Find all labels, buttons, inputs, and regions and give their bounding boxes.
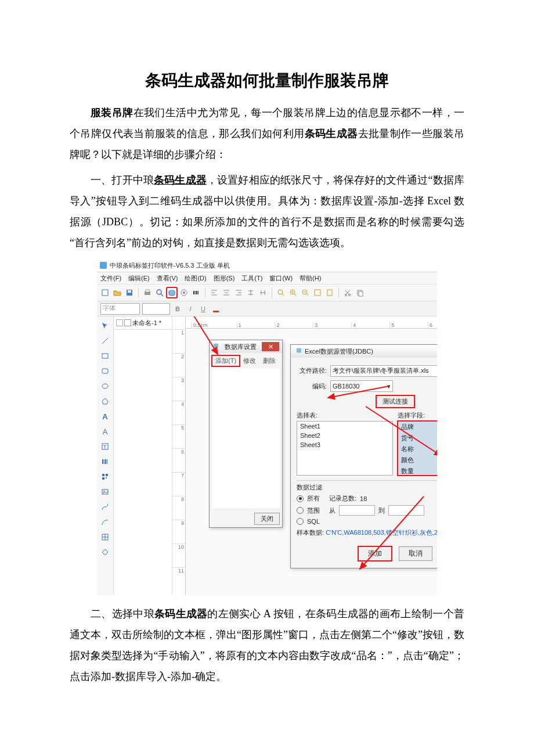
ruler-tick: 10 [172,543,185,567]
svg-rect-1 [102,290,108,296]
menu-shape[interactable]: 图形(S) [214,274,235,283]
arc-tool-icon[interactable] [99,516,111,528]
zoom-fit-icon[interactable] [276,287,286,298]
dialog1-titlebar[interactable]: 数据库设置 ✕ [210,340,282,353]
fields-listbox[interactable]: 品牌 货号 名称 颜色 数量 [398,421,437,476]
canvas-area[interactable]: 0.5cm 1 2 3 4 5 6 数据库设置 ✕ [186,316,437,595]
zoom-in-icon[interactable] [288,287,298,298]
svg-rect-60 [106,477,107,478]
test-connection-button[interactable]: 测试连接 [376,395,414,408]
qrcode-tool-icon[interactable] [99,471,111,483]
encoding-select[interactable]: GB18030▾ [330,380,393,392]
align-left-icon[interactable] [209,287,219,298]
list-item[interactable]: 名称 [398,444,437,455]
tables-listbox[interactable]: Sheet1 Sheet2 Sheet3 [297,421,393,476]
align-right-icon[interactable] [233,287,244,298]
filter-range-radio[interactable] [297,507,304,514]
range-to-input[interactable] [388,505,424,516]
tab-close-icon[interactable] [116,319,123,326]
italic-icon[interactable]: I [185,304,196,314]
menu-edit[interactable]: 编辑(E) [128,274,150,283]
ellipse-tool-icon[interactable] [99,380,111,392]
add-button[interactable]: 添加 [358,546,392,561]
generate-icon[interactable] [191,287,201,298]
text-outline-a-icon[interactable]: A [99,426,111,437]
roundrect-tool-icon[interactable] [99,365,111,377]
file-path-input[interactable]: 考文件\服装吊牌\冬季服装清单.xls [330,365,437,377]
underline-icon[interactable]: U [198,304,208,314]
list-item[interactable]: Sheet3 [297,440,392,449]
ruler-tick: 7 [172,472,185,496]
new-icon[interactable] [100,287,110,298]
ruler-horizontal: 0.5cm 1 2 3 4 5 6 [186,316,437,329]
list-item[interactable]: 货号 [398,433,437,444]
copy-icon[interactable] [355,287,365,298]
zoom-page-icon[interactable] [324,287,335,298]
range-from-label: 从 [329,506,335,515]
align-v-icon[interactable] [246,287,256,298]
image-tool-icon[interactable] [99,486,111,498]
richtext-tool-icon[interactable]: T [99,441,111,452]
range-from-input[interactable] [339,505,375,516]
align-center-icon[interactable] [221,287,232,298]
menu-window[interactable]: 窗口(W) [269,274,293,283]
preview-icon[interactable] [154,287,165,298]
app-toolbar [97,285,437,301]
zoom-actual-icon[interactable] [312,287,323,298]
menu-tool[interactable]: 工具(T) [241,274,262,283]
font-family-select[interactable]: 字体 [100,303,140,315]
polygon-tool-icon[interactable] [99,395,111,407]
dialog2-titlebar[interactable]: Excel数据源管理(JDBC) ✕ [291,345,437,358]
filter-sql-radio[interactable] [297,518,304,525]
dialog1-delete-tab[interactable]: 删除 [259,355,279,366]
left-tool-palette: A A T [97,316,114,595]
fields-label: 选择字段: [398,411,437,420]
line-tool-icon[interactable] [99,335,111,347]
menu-draw[interactable]: 绘图(D) [185,274,206,283]
curve-tool-icon[interactable] [99,501,111,513]
svg-rect-54 [104,459,104,464]
svg-rect-0 [100,262,107,269]
filter-label: 数据过滤 [297,483,437,492]
ruler-tick: 2 [275,322,284,328]
list-item[interactable]: 数量 [398,466,437,476]
cut-icon[interactable] [342,287,353,298]
menu-help[interactable]: 帮助(H) [300,274,321,283]
settings-icon[interactable] [179,287,189,298]
data-filter-group: 数据过滤 所有 记录总数: 18 范围 从 [297,483,437,525]
ruler-tick: 5 [172,424,185,448]
svg-rect-45 [213,311,219,312]
open-icon[interactable] [112,287,122,298]
bold-icon[interactable]: B [172,304,183,314]
list-item[interactable]: 品牌 [398,422,437,433]
dialog1-close-button[interactable]: 关闭 [254,513,280,525]
database-icon[interactable] [167,287,177,298]
menu-view[interactable]: 查看(V) [157,274,178,283]
zoom-out-icon[interactable] [300,287,311,298]
tab-checkbox-icon[interactable] [124,319,131,326]
dialog1-modify-tab[interactable]: 修改 [240,355,259,366]
table-tool-icon[interactable] [99,531,111,543]
list-item[interactable]: Sheet1 [297,422,392,431]
list-item[interactable]: 颜色 [398,455,437,466]
list-item[interactable]: Sheet2 [297,431,392,440]
print-icon[interactable] [142,287,153,298]
dialog1-close-icon[interactable]: ✕ [262,342,279,351]
rect-tool-icon[interactable] [99,350,111,362]
align-h-icon[interactable] [258,287,268,298]
pointer-tool-icon[interactable] [99,320,111,332]
menu-file[interactable]: 文件(F) [100,274,121,283]
p2-bold-underline: 条码生成器 [154,174,207,186]
divider [297,480,437,481]
font-size-select[interactable] [142,303,170,315]
toolbar-sep [338,287,339,298]
diamond-tool-icon[interactable] [99,546,111,558]
filter-all-radio[interactable] [297,495,304,502]
text-solid-a-icon[interactable]: A [99,411,111,422]
save-icon[interactable] [124,287,135,298]
dialog1-add-tab[interactable]: 添加(T) [212,355,240,366]
cancel-button[interactable]: 取消 [399,546,432,561]
barcode-tool-icon[interactable] [99,456,111,467]
document-tab[interactable]: 未命名-1 * [114,316,172,330]
color-icon[interactable] [211,304,221,314]
